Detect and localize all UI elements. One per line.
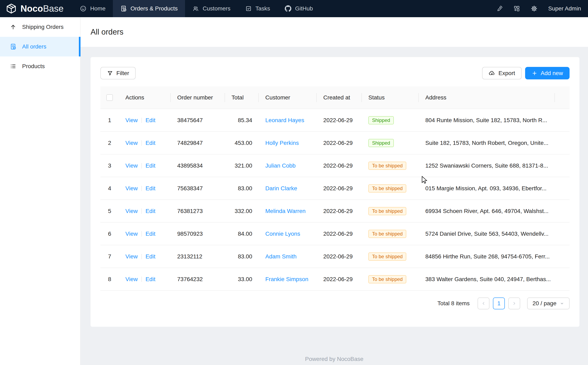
row-index: 2 [100, 132, 119, 154]
ui-editor-pen-icon[interactable] [496, 5, 503, 12]
pagination-prev-button[interactable] [478, 297, 489, 309]
customer-link[interactable]: Connie Lyons [265, 231, 300, 237]
table-row: 4 ViewEdit 75638347 83.00 Darin Clarke 2… [100, 177, 570, 200]
action-divider [141, 118, 142, 123]
pagination-total: Total 8 items [437, 300, 470, 307]
row-index: 6 [100, 223, 119, 245]
nav-item-orders-products[interactable]: Orders & Products [113, 0, 185, 17]
table-row: 2 ViewEdit 74829847 453.00 Holly Perkins… [100, 132, 570, 154]
sidebar-item-shipping-orders[interactable]: Shipping Orders [0, 17, 80, 37]
order-number-cell: 75638347 [171, 177, 225, 200]
customer-link[interactable]: Leonard Hayes [265, 117, 304, 123]
header-actions: Actions [119, 86, 171, 109]
edit-link[interactable]: Edit [145, 253, 155, 260]
status-badge: To be shipped [368, 207, 406, 215]
nav-item-home[interactable]: Home [73, 0, 113, 17]
actions-cell: ViewEdit [119, 154, 171, 177]
sidebar-item-products[interactable]: Products [0, 56, 80, 76]
order-number-cell: 73764232 [171, 268, 225, 291]
created-at-cell: 2022-06-29 [317, 177, 362, 200]
view-link[interactable]: View [125, 231, 138, 237]
address-cell: 5724 Daniel Drive, Suite 563, 54403, Wen… [419, 223, 555, 245]
customer-cell: Leonard Hayes [259, 109, 317, 132]
total-cell: 84.00 [225, 223, 259, 245]
nocobase-logo[interactable]: NocoBase [0, 0, 73, 17]
nav-item-label: Orders & Products [131, 5, 178, 12]
add-new-button[interactable]: Add new [525, 67, 570, 79]
status-cell: To be shipped [362, 177, 419, 200]
nav-item-customers[interactable]: Customers [185, 0, 238, 17]
edit-link[interactable]: Edit [145, 208, 155, 214]
customer-link[interactable]: Melinda Warren [265, 208, 306, 214]
total-cell: 332.00 [225, 200, 259, 223]
customer-link[interactable]: Frankie Simpson [265, 276, 308, 282]
export-button[interactable]: Export [482, 67, 522, 79]
chevron-right-icon [512, 301, 517, 306]
settings-gear-icon[interactable] [531, 5, 537, 12]
header-status: Status [362, 86, 419, 109]
brand-name-bold: Noco [21, 3, 43, 14]
spacer-cell [555, 109, 570, 132]
customer-cell: Frankie Simpson [259, 268, 317, 291]
order-number-cell: 98570923 [171, 223, 225, 245]
select-all-checkbox[interactable] [106, 94, 113, 101]
status-cell: To be shipped [362, 200, 419, 223]
edit-link[interactable]: Edit [145, 276, 155, 282]
order-number-cell: 23132112 [171, 245, 225, 268]
row-index: 1 [100, 109, 119, 132]
created-at-cell: 2022-06-29 [317, 132, 362, 154]
team-icon [192, 5, 199, 12]
edit-link[interactable]: Edit [145, 231, 155, 237]
file-done-icon [10, 43, 16, 50]
customer-cell: Adam Smith [259, 245, 317, 268]
total-cell: 83.00 [225, 245, 259, 268]
total-cell: 453.00 [225, 132, 259, 154]
table-row: 7 ViewEdit 23132112 83.00 Adam Smith 202… [100, 245, 570, 268]
filter-button[interactable]: Filter [100, 67, 136, 79]
header-order-number: Order number [171, 86, 225, 109]
header-total: Total [225, 86, 259, 109]
nav-item-tasks[interactable]: Tasks [238, 0, 278, 17]
header-address: Address [419, 86, 555, 109]
view-link[interactable]: View [125, 185, 138, 191]
view-link[interactable]: View [125, 208, 138, 214]
orders-table-body: 1 ViewEdit 38475647 85.34 Leonard Hayes … [100, 109, 570, 291]
edit-link[interactable]: Edit [145, 140, 155, 146]
total-cell: 83.00 [225, 177, 259, 200]
customer-link[interactable]: Adam Smith [265, 253, 297, 260]
sidebar-item-all-orders[interactable]: All orders [0, 37, 80, 56]
user-menu[interactable]: Super Admin [548, 5, 581, 12]
customer-link[interactable]: Darin Clarke [265, 185, 297, 191]
edit-link[interactable]: Edit [145, 162, 155, 169]
nav-item-github[interactable]: GitHub [277, 0, 320, 17]
actions-cell: ViewEdit [119, 245, 171, 268]
customer-link[interactable]: Julian Cobb [265, 162, 296, 169]
created-at-cell: 2022-06-29 [317, 223, 362, 245]
page-size-select[interactable]: 20 / page [527, 297, 570, 309]
plugin-blocks-icon[interactable] [513, 5, 520, 12]
row-index: 5 [100, 200, 119, 223]
spacer-cell [555, 154, 570, 177]
actions-cell: ViewEdit [119, 268, 171, 291]
customer-cell: Holly Perkins [259, 132, 317, 154]
order-number-cell: 43895834 [171, 154, 225, 177]
customer-link[interactable]: Holly Perkins [265, 140, 299, 146]
edit-link[interactable]: Edit [145, 185, 155, 191]
chevron-left-icon [481, 301, 486, 306]
view-link[interactable]: View [125, 140, 138, 146]
view-link[interactable]: View [125, 276, 138, 282]
edit-link[interactable]: Edit [145, 117, 155, 123]
status-cell: To be shipped [362, 223, 419, 245]
address-cell: Suite 182, 15783, North Robert, Oregon, … [419, 132, 555, 154]
content-area: Filter Export [80, 47, 588, 365]
header-spacer [555, 86, 570, 109]
view-link[interactable]: View [125, 253, 138, 260]
status-cell: To be shipped [362, 154, 419, 177]
header-customer: Customer [259, 86, 317, 109]
pagination-next-button[interactable] [508, 297, 520, 309]
orders-table-card: Filter Export [91, 57, 579, 327]
view-link[interactable]: View [125, 117, 138, 123]
order-number-cell: 38475647 [171, 109, 225, 132]
pagination-page-1[interactable]: 1 [493, 297, 505, 309]
view-link[interactable]: View [125, 162, 138, 169]
